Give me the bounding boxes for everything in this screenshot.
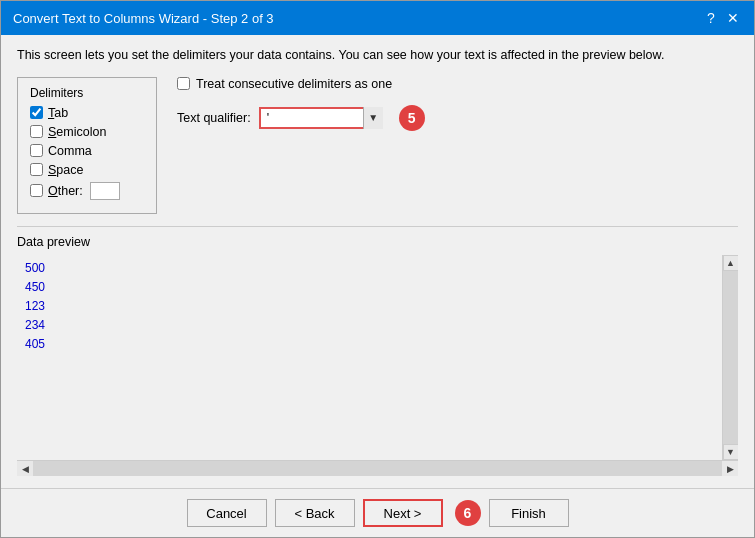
scroll-right-arrow[interactable]: ▶	[722, 461, 738, 477]
preview-label: Data preview	[17, 235, 738, 249]
qualifier-container: ' " {none} ▼	[259, 107, 383, 129]
tab-label: Tab	[48, 106, 68, 120]
step-badge-6: 6	[455, 500, 481, 526]
vertical-scrollbar[interactable]: ▲ ▼	[722, 255, 738, 461]
comma-checkbox[interactable]	[30, 144, 43, 157]
semicolon-checkbox-row[interactable]: Semicolon	[30, 125, 144, 139]
main-section: Delimiters Tab Semicolon Comma Space	[17, 77, 738, 214]
help-button[interactable]: ?	[702, 9, 720, 27]
data-row-1: 500	[25, 259, 714, 278]
description-text: This screen lets you set the delimiters …	[17, 47, 738, 65]
finish-button[interactable]: Finish	[489, 499, 569, 527]
title-bar: Convert Text to Columns Wizard - Step 2 …	[1, 1, 754, 35]
dialog-footer: Cancel < Back Next > 6 Finish	[1, 488, 754, 537]
other-checkbox[interactable]	[30, 184, 43, 197]
back-button[interactable]: < Back	[275, 499, 355, 527]
data-row-2: 450	[25, 278, 714, 297]
consecutive-row[interactable]: Treat consecutive delimiters as one	[177, 77, 738, 91]
dialog-body: This screen lets you set the delimiters …	[1, 35, 754, 488]
preview-wrapper: 500 450 123 234 405 ▲ ▼ ◀ ▶	[17, 255, 738, 477]
consecutive-label: Treat consecutive delimiters as one	[196, 77, 392, 91]
tab-checkbox-row[interactable]: Tab	[30, 106, 144, 120]
qualifier-label: Text qualifier:	[177, 111, 251, 125]
qualifier-row: Text qualifier: ' " {none} ▼ 5	[177, 105, 738, 131]
scroll-left-arrow[interactable]: ◀	[17, 461, 33, 477]
qualifier-select-wrapper: ' " {none} ▼	[259, 107, 383, 129]
delimiters-group: Delimiters Tab Semicolon Comma Space	[17, 77, 157, 214]
dialog-window: Convert Text to Columns Wizard - Step 2 …	[0, 0, 755, 538]
other-label: Other:	[48, 184, 83, 198]
scroll-down-arrow[interactable]: ▼	[723, 444, 739, 460]
horizontal-scrollbar[interactable]: ◀ ▶	[17, 460, 738, 476]
space-checkbox[interactable]	[30, 163, 43, 176]
other-checkbox-row[interactable]: Other:	[30, 182, 144, 200]
other-text-input[interactable]	[90, 182, 120, 200]
data-row-4: 234	[25, 316, 714, 335]
right-section: Treat consecutive delimiters as one Text…	[177, 77, 738, 214]
scroll-up-arrow[interactable]: ▲	[723, 255, 739, 271]
scroll-track-h	[33, 461, 722, 477]
step-badge-5: 5	[399, 105, 425, 131]
title-bar-controls: ? ✕	[702, 9, 742, 27]
preview-inner: 500 450 123 234 405 ▲ ▼	[17, 255, 738, 461]
preview-section: Data preview 500 450 123 234 405 ▲ ▼	[17, 226, 738, 477]
space-label: Space	[48, 163, 83, 177]
comma-checkbox-row[interactable]: Comma	[30, 144, 144, 158]
close-button[interactable]: ✕	[724, 9, 742, 27]
semicolon-label: Semicolon	[48, 125, 106, 139]
data-row-3: 123	[25, 297, 714, 316]
scroll-track-v	[723, 271, 739, 445]
comma-label: Comma	[48, 144, 92, 158]
tab-checkbox[interactable]	[30, 106, 43, 119]
delimiters-label: Delimiters	[30, 86, 144, 100]
semicolon-checkbox[interactable]	[30, 125, 43, 138]
next-button[interactable]: Next >	[363, 499, 443, 527]
consecutive-checkbox[interactable]	[177, 77, 190, 90]
dialog-title: Convert Text to Columns Wizard - Step 2 …	[13, 11, 274, 26]
qualifier-select[interactable]: ' " {none}	[261, 109, 381, 127]
space-checkbox-row[interactable]: Space	[30, 163, 144, 177]
cancel-button[interactable]: Cancel	[187, 499, 267, 527]
data-row-5: 405	[25, 335, 714, 354]
preview-content[interactable]: 500 450 123 234 405	[17, 255, 722, 461]
